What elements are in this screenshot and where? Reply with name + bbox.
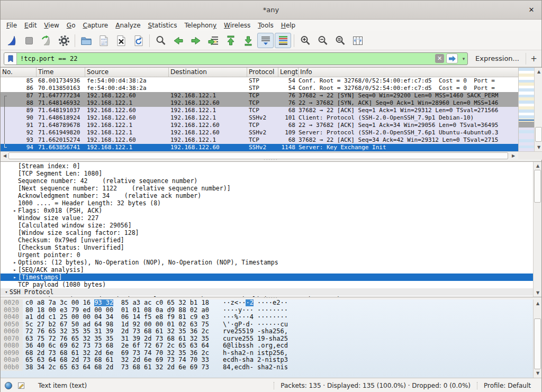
column-header-time[interactable]: Time <box>37 68 85 77</box>
detail-line[interactable]: ▸Options: (12 bytes), No-Operation (NOP)… <box>1 259 533 266</box>
reload-capture-file-button[interactable] <box>130 33 147 48</box>
detail-line[interactable]: [Stream index: 0] <box>1 162 533 170</box>
packet-list-vscrollbar[interactable]: ▲ ▼ <box>534 68 542 151</box>
start-capture-button[interactable] <box>3 33 20 48</box>
stop-capture-button[interactable] <box>21 33 37 48</box>
apply-filter-button[interactable] <box>446 53 458 63</box>
detail-line[interactable]: [TCP Segment Len: 1080] <box>1 170 533 177</box>
go-forward-button[interactable] <box>187 33 204 48</box>
menu-edit[interactable]: Edit <box>21 21 40 30</box>
save-capture-file-button[interactable]: 010111100011 <box>95 33 112 48</box>
detail-line[interactable]: [Calculated window size: 29056] <box>1 222 533 229</box>
menu-tools[interactable]: Tools <box>254 21 277 30</box>
detail-line[interactable]: Window size value: 227 <box>1 214 533 222</box>
hex-row[interactable]: 008036 40 6c 69 62 73 73 68 2e 6f 72 67 … <box>1 342 533 350</box>
packet-row-92[interactable]: 9271.661949820192.168.122.1192.168.122.6… <box>1 129 518 136</box>
packet-list-hscrollbar[interactable]: ◀ ▶ <box>1 151 518 160</box>
vscroll-thumb[interactable] <box>535 127 542 142</box>
go-back-button[interactable] <box>170 33 186 48</box>
packet-row-85[interactable]: 8568.001734936fe:54:00:d4:38:2aSTP54Conf… <box>1 77 518 85</box>
detail-line[interactable]: ▸Flags: 0x018 (PSH, ACK) <box>1 207 533 214</box>
expander-open-icon[interactable]: ▾ <box>3 288 10 296</box>
vscroll-thumb[interactable] <box>534 318 541 369</box>
detail-line[interactable]: [Checksum Status: Unverified] <box>1 244 533 251</box>
detail-line[interactable]: TCP payload (1080 bytes) <box>1 281 533 288</box>
hex-row[interactable]: 009068 2d 73 68 61 32 2d 6e 69 73 74 70 … <box>1 350 533 357</box>
column-header-no[interactable]: No. <box>1 68 37 77</box>
go-first-packet-button[interactable] <box>222 33 239 48</box>
detail-line[interactable]: 1000 .... = Header Length: 32 bytes (8) <box>1 199 533 207</box>
add-filter-button[interactable]: + <box>526 53 537 65</box>
scroll-right-icon[interactable]: ▶ <box>510 152 517 159</box>
detail-line[interactable]: Sequence number: 42 (relative sequence n… <box>1 177 533 185</box>
profile-text[interactable]: Profile: Default <box>477 382 537 389</box>
menu-telephony[interactable]: Telephony <box>180 21 220 30</box>
close-window-icon[interactable]: ✕ <box>527 5 536 15</box>
detail-line[interactable]: ▸[Timestamps] <box>1 274 533 281</box>
detail-line[interactable]: ▾SSH Protocol <box>1 288 533 296</box>
restart-capture-button[interactable] <box>38 33 55 48</box>
expander-closed-icon[interactable]: ▸ <box>12 274 18 281</box>
column-header-destination[interactable]: Destination <box>169 68 247 77</box>
hex-row[interactable]: 0040a1 dd c1 25 00 00 04 34 06 14 f5 e8 … <box>1 314 533 321</box>
open-capture-file-button[interactable] <box>78 33 94 48</box>
go-last-packet-button[interactable] <box>240 33 256 48</box>
zoom-reset-button[interactable] <box>332 33 348 48</box>
detail-line[interactable]: Checksum: 0x79ed [unverified] <box>1 236 533 244</box>
packet-row-87[interactable]: 8771.647777234192.168.122.60192.168.122.… <box>1 92 518 99</box>
expert-info-icon[interactable] <box>5 382 12 389</box>
hex-row[interactable]: 006072 76 65 32 35 35 31 39 2d 73 68 61 … <box>1 328 533 335</box>
filter-dropdown-caret-icon[interactable]: ▾ <box>460 56 467 61</box>
packet-row-88[interactable]: 8871.648146932192.168.122.1192.168.122.6… <box>1 99 518 107</box>
detail-line[interactable]: Urgent pointer: 0 <box>1 251 533 259</box>
packet-row-86[interactable]: 8670.013850163fe:54:00:d4:38:2aSTP54Conf… <box>1 85 518 92</box>
scroll-up-icon[interactable]: ▲ <box>534 300 541 307</box>
column-header-protocol[interactable]: Protocol <box>247 68 278 77</box>
hex-row[interactable]: 003080 18 00 e3 79 ed 00 00 01 01 08 0a … <box>1 307 533 314</box>
menu-go[interactable]: Go <box>63 21 79 30</box>
scroll-up-icon[interactable]: ▲ <box>535 68 542 75</box>
packet-row-94[interactable]: 9471.663856741192.168.122.1192.168.122.6… <box>1 144 518 151</box>
capture-options-button[interactable] <box>56 33 72 48</box>
auto-scroll-button[interactable] <box>257 33 274 48</box>
hex-row[interactable]: 0020c0 a8 7a 3c 00 16 93 32 85 a3 ac c0 … <box>1 299 533 307</box>
display-filter-input[interactable] <box>17 53 435 64</box>
menu-view[interactable]: View <box>40 21 62 30</box>
bytes-vscrollbar[interactable]: ▲ ▼ <box>533 299 541 378</box>
hscroll-thumb[interactable] <box>8 152 508 159</box>
scroll-left-icon[interactable]: ◀ <box>1 152 8 159</box>
vscroll-thumb[interactable] <box>534 170 541 203</box>
expander-closed-icon[interactable]: ▸ <box>12 259 18 266</box>
expression-button[interactable]: Expression... <box>475 54 519 62</box>
packet-minimap-scrollbar[interactable] <box>518 68 534 151</box>
expander-closed-icon[interactable]: ▸ <box>12 266 18 274</box>
display-filter-field[interactable]: ✕ ▾ <box>4 52 468 65</box>
scroll-down-icon[interactable]: ▼ <box>534 370 541 377</box>
clear-filter-icon[interactable]: ✕ <box>435 54 444 63</box>
menu-help[interactable]: Help <box>277 21 299 30</box>
zoom-out-button[interactable] <box>314 33 331 48</box>
column-header-source[interactable]: Source <box>85 68 169 77</box>
scroll-down-icon[interactable]: ▼ <box>535 144 542 151</box>
scroll-down-icon[interactable]: ▼ <box>534 289 541 296</box>
go-to-packet-button[interactable] <box>205 33 221 48</box>
close-capture-file-button[interactable] <box>113 33 129 48</box>
packet-row-90[interactable]: 9071.648618924192.168.122.60192.168.122.… <box>1 114 518 122</box>
hex-row[interactable]: 00a065 63 64 68 2d 73 68 61 32 2d 6e 69 … <box>1 357 533 364</box>
expander-closed-icon[interactable]: ▸ <box>12 207 18 214</box>
hex-row[interactable]: 007063 75 72 76 65 32 35 35 31 39 2d 73 … <box>1 335 533 343</box>
hex-row[interactable]: 00505c 27 b2 67 50 ad 64 98 1d 92 00 00 … <box>1 321 533 329</box>
detail-line[interactable]: [Next sequence number: 1122 (relative se… <box>1 185 533 192</box>
detail-line[interactable]: [Window size scaling factor: 128] <box>1 229 533 236</box>
menu-wireless[interactable]: Wireless <box>220 21 254 30</box>
filter-bookmark-button[interactable] <box>4 53 17 65</box>
details-vscrollbar[interactable]: ▲ ▼ <box>533 162 541 297</box>
resize-columns-button[interactable] <box>349 33 366 48</box>
detail-line[interactable]: Acknowledgment number: 34 (relative ack … <box>1 192 533 199</box>
packet-row-89[interactable]: 8971.648191037192.168.122.60192.168.122.… <box>1 107 518 114</box>
scroll-up-icon[interactable]: ▲ <box>534 162 541 169</box>
find-packet-button[interactable] <box>152 33 169 48</box>
menu-capture[interactable]: Capture <box>79 21 112 30</box>
column-header-info[interactable]: Info <box>299 68 518 77</box>
menu-statistics[interactable]: Statistics <box>144 21 181 30</box>
